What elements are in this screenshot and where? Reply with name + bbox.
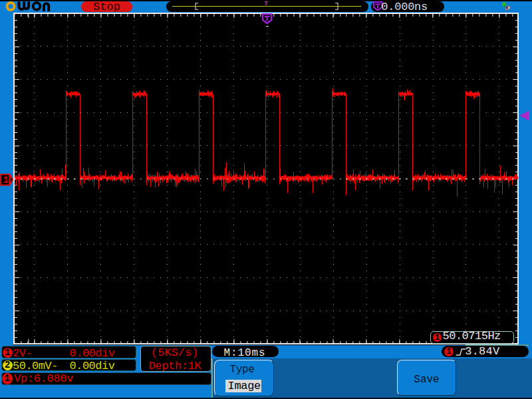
svg-text:1: 1 — [3, 175, 9, 186]
